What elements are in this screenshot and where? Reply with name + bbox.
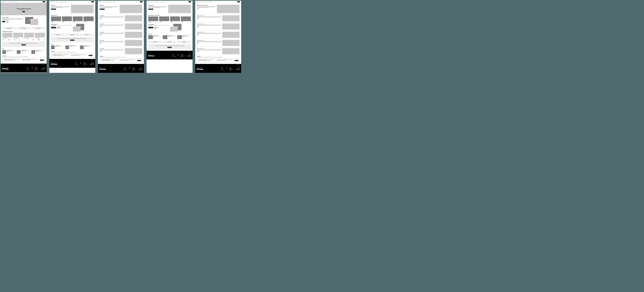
x-icon[interactable]: ✕ [238,65,239,65]
news-card[interactable]: The latest news is out!Lorem ipsum dolor… [51,46,64,49]
youtube-icon[interactable]: ▶ [94,60,94,60]
tutorial-card[interactable]: How to Lorem IpsumLorem ipsum dolor sit … [163,35,176,39]
youtube-icon[interactable]: ▶ [240,65,240,65]
contact-us-button[interactable]: Contact us [88,55,92,56]
feature-card[interactable]: Feature Name→ [2,33,12,39]
tutorial-card[interactable]: How to Lorem IpsumLorem ipsum dolor sit … [148,35,162,39]
header-cta[interactable]: CTA [188,1,191,2]
view-all-link[interactable]: View all [43,49,45,50]
book-demo-button[interactable]: Book Demo [167,47,172,48]
nav-news[interactable]: News [14,2,15,2]
read-more-link[interactable]: Read more [197,51,199,51]
tutorial-card[interactable]: How to Lorem IpsumLorem ipsum dolor sit … [177,35,191,39]
x-icon[interactable]: ✕ [190,51,190,52]
hiber-cta2[interactable]: CTA [6,21,8,22]
read-more-link[interactable]: Read more [100,34,102,35]
try-it-button[interactable]: Try it out [154,27,158,28]
discord-icon[interactable]: ◆ [91,60,91,60]
logo[interactable]: LOGO [99,1,102,2]
case-card[interactable]: Case→ [51,17,61,22]
news-card[interactable]: The latest news is out!Lorem ipsum dolor… [66,46,79,49]
nav-product[interactable]: Product [5,2,7,2]
instagram-icon[interactable]: ▣ [189,51,189,52]
case-card[interactable]: Case→ [84,17,94,22]
nav-developers[interactable]: Developers [10,2,13,2]
x-icon[interactable]: ✕ [44,64,44,65]
contact-us-button[interactable]: Contact us [234,60,238,61]
youtube-icon[interactable]: ▶ [142,65,142,65]
logo[interactable]: LOGO [148,1,150,2]
newsletter-input[interactable] [2,69,6,69]
read-more-link[interactable]: Read more [100,18,102,19]
feature-card[interactable]: Feature Name→ [13,33,23,39]
book-demo-button[interactable]: Book Demo [70,40,74,41]
features-heading: Heading about Features [2,31,13,32]
case-card[interactable]: Case→ [62,17,72,22]
instagram-icon[interactable]: ▣ [238,65,238,65]
contact-us-button[interactable]: Contact us [40,60,44,61]
read-more-link[interactable]: Read more [197,9,199,9]
book-demo-button[interactable]: Book Demo [22,44,26,46]
read-more-link[interactable]: Read more [100,51,102,51]
read-more-link[interactable]: Read more [100,43,102,43]
nav-features[interactable]: Features [8,2,10,2]
read-more-link[interactable]: Read more [197,43,199,43]
x-icon[interactable]: ✕ [92,60,93,60]
news-card[interactable]: The latest news is out!Lorem ipsum dolor… [80,46,94,49]
case-card[interactable]: Case→ [159,17,169,22]
news-card[interactable]: The latest news is out!Lorem ipsum dolor… [17,50,30,54]
subscribe-button[interactable]: Subscribe [6,69,8,70]
case-card[interactable]: Case→ [181,17,191,22]
subscribe-button[interactable]: Subscribe [54,64,57,65]
case-card[interactable]: Case→ [148,17,158,22]
youtube-icon[interactable]: ▶ [191,51,191,52]
nav-about[interactable]: About [16,2,17,2]
logo[interactable]: LOGO [51,1,53,2]
subscribe-button[interactable]: Subscribe [152,56,154,57]
documentation-button[interactable]: Documentation [100,9,105,10]
instagram-icon[interactable]: ▣ [92,60,92,60]
contact-us-button[interactable]: Contact us [137,60,141,61]
discord-icon[interactable]: ◆ [139,65,140,65]
header-cta[interactable]: CTA [42,1,45,2]
read-more-link[interactable]: Read more [100,26,102,27]
read-more-link[interactable]: Read more [197,18,199,19]
try-it-button[interactable]: Try it out [56,27,60,28]
read-more-link[interactable]: Read more [197,26,199,27]
discord-icon[interactable]: ◆ [188,51,188,52]
view-all-link[interactable]: View all [92,44,94,45]
youtube-icon[interactable]: ▶ [45,64,45,65]
hero-cta[interactable]: CTA [22,11,25,12]
discord-icon[interactable]: ◆ [237,65,237,65]
logo[interactable]: LOGO [196,1,199,2]
newsletter-input[interactable] [196,69,200,70]
newsletter-input[interactable] [99,69,103,70]
discord-link[interactable]: Discord link [177,41,191,43]
newsletter-input[interactable] [148,56,152,56]
view-all-link[interactable]: View all [43,31,45,32]
documentation-button[interactable]: Documentation [148,27,153,28]
header-cta[interactable]: CTA [237,1,240,2]
read-more-link[interactable]: Read more [197,34,199,35]
feature-card[interactable]: Feature Name→ [35,33,45,39]
news-card[interactable]: The latest news is out!Lorem ipsum dolor… [2,50,16,54]
case-card[interactable]: Case→ [73,17,83,22]
instagram-icon[interactable]: ▣ [43,64,44,65]
instagram-icon[interactable]: ▣ [140,65,141,65]
discord-icon[interactable]: ◆ [42,64,42,65]
newsletter-input[interactable] [51,64,54,65]
documentation-button[interactable]: Documentation [51,9,56,10]
header-cta[interactable]: CTA [91,1,94,2]
documentation-button[interactable]: Documentation [51,27,56,28]
view-all-link[interactable]: View all [189,34,191,35]
hiber-cta1[interactable]: CTA [2,21,5,22]
logo[interactable]: LOGO [2,1,4,2]
case-card[interactable]: Case→ [170,17,180,22]
x-icon[interactable]: ✕ [141,65,142,65]
subscribe-button[interactable]: Subscribe [103,69,106,70]
documentation-button[interactable]: Documentation [148,9,153,10]
subscribe-button[interactable]: Subscribe [200,69,203,70]
news-card[interactable]: The latest news is out!Lorem ipsum dolor… [31,50,45,54]
feature-card[interactable]: Feature Name→ [24,33,34,39]
header-cta[interactable]: CTA [140,1,142,2]
